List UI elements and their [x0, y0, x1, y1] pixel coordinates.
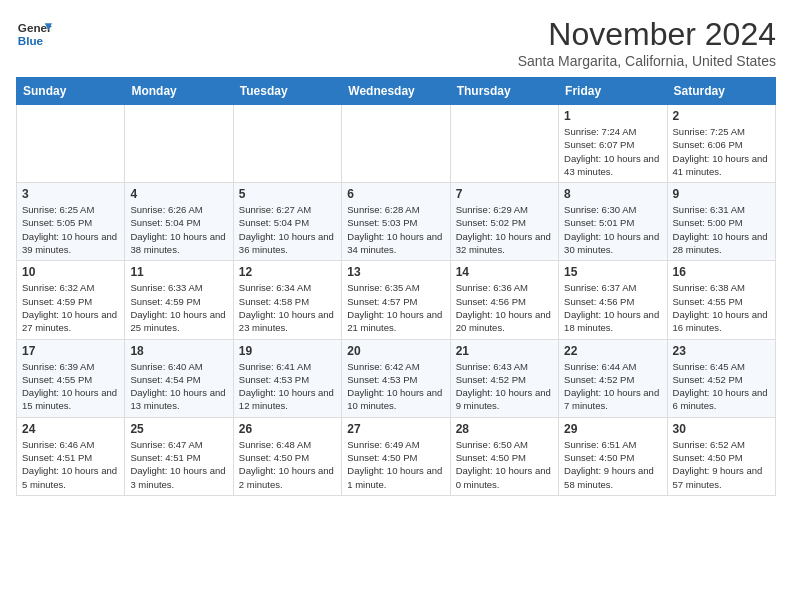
day-cell: 30Sunrise: 6:52 AM Sunset: 4:50 PM Dayli… — [667, 417, 775, 495]
day-number: 28 — [456, 422, 553, 436]
day-cell: 2Sunrise: 7:25 AM Sunset: 6:06 PM Daylig… — [667, 105, 775, 183]
weekday-header-friday: Friday — [559, 78, 667, 105]
day-cell: 15Sunrise: 6:37 AM Sunset: 4:56 PM Dayli… — [559, 261, 667, 339]
day-info: Sunrise: 6:32 AM Sunset: 4:59 PM Dayligh… — [22, 281, 119, 334]
svg-text:Blue: Blue — [18, 34, 44, 47]
week-row-3: 10Sunrise: 6:32 AM Sunset: 4:59 PM Dayli… — [17, 261, 776, 339]
logo-icon: General Blue — [16, 16, 52, 52]
day-cell: 21Sunrise: 6:43 AM Sunset: 4:52 PM Dayli… — [450, 339, 558, 417]
day-info: Sunrise: 6:47 AM Sunset: 4:51 PM Dayligh… — [130, 438, 227, 491]
week-row-4: 17Sunrise: 6:39 AM Sunset: 4:55 PM Dayli… — [17, 339, 776, 417]
day-number: 21 — [456, 344, 553, 358]
day-info: Sunrise: 6:51 AM Sunset: 4:50 PM Dayligh… — [564, 438, 661, 491]
day-cell: 18Sunrise: 6:40 AM Sunset: 4:54 PM Dayli… — [125, 339, 233, 417]
day-cell: 3Sunrise: 6:25 AM Sunset: 5:05 PM Daylig… — [17, 183, 125, 261]
day-info: Sunrise: 6:48 AM Sunset: 4:50 PM Dayligh… — [239, 438, 336, 491]
day-number: 30 — [673, 422, 770, 436]
day-number: 15 — [564, 265, 661, 279]
week-row-1: 1Sunrise: 7:24 AM Sunset: 6:07 PM Daylig… — [17, 105, 776, 183]
weekday-header-row: SundayMondayTuesdayWednesdayThursdayFrid… — [17, 78, 776, 105]
day-number: 17 — [22, 344, 119, 358]
day-cell: 4Sunrise: 6:26 AM Sunset: 5:04 PM Daylig… — [125, 183, 233, 261]
day-number: 3 — [22, 187, 119, 201]
day-number: 7 — [456, 187, 553, 201]
day-info: Sunrise: 7:24 AM Sunset: 6:07 PM Dayligh… — [564, 125, 661, 178]
day-info: Sunrise: 6:31 AM Sunset: 5:00 PM Dayligh… — [673, 203, 770, 256]
day-number: 11 — [130, 265, 227, 279]
day-number: 16 — [673, 265, 770, 279]
day-number: 29 — [564, 422, 661, 436]
day-info: Sunrise: 6:43 AM Sunset: 4:52 PM Dayligh… — [456, 360, 553, 413]
day-info: Sunrise: 6:37 AM Sunset: 4:56 PM Dayligh… — [564, 281, 661, 334]
day-info: Sunrise: 6:35 AM Sunset: 4:57 PM Dayligh… — [347, 281, 444, 334]
weekday-header-tuesday: Tuesday — [233, 78, 341, 105]
day-info: Sunrise: 6:29 AM Sunset: 5:02 PM Dayligh… — [456, 203, 553, 256]
day-info: Sunrise: 6:42 AM Sunset: 4:53 PM Dayligh… — [347, 360, 444, 413]
day-info: Sunrise: 6:46 AM Sunset: 4:51 PM Dayligh… — [22, 438, 119, 491]
weekday-header-sunday: Sunday — [17, 78, 125, 105]
day-number: 24 — [22, 422, 119, 436]
day-cell: 17Sunrise: 6:39 AM Sunset: 4:55 PM Dayli… — [17, 339, 125, 417]
day-info: Sunrise: 6:26 AM Sunset: 5:04 PM Dayligh… — [130, 203, 227, 256]
weekday-header-thursday: Thursday — [450, 78, 558, 105]
day-number: 9 — [673, 187, 770, 201]
day-cell: 13Sunrise: 6:35 AM Sunset: 4:57 PM Dayli… — [342, 261, 450, 339]
week-row-5: 24Sunrise: 6:46 AM Sunset: 4:51 PM Dayli… — [17, 417, 776, 495]
logo: General Blue — [16, 16, 52, 52]
day-number: 26 — [239, 422, 336, 436]
day-cell — [17, 105, 125, 183]
day-info: Sunrise: 6:44 AM Sunset: 4:52 PM Dayligh… — [564, 360, 661, 413]
day-number: 10 — [22, 265, 119, 279]
day-cell: 12Sunrise: 6:34 AM Sunset: 4:58 PM Dayli… — [233, 261, 341, 339]
day-cell: 28Sunrise: 6:50 AM Sunset: 4:50 PM Dayli… — [450, 417, 558, 495]
day-cell: 25Sunrise: 6:47 AM Sunset: 4:51 PM Dayli… — [125, 417, 233, 495]
day-info: Sunrise: 6:50 AM Sunset: 4:50 PM Dayligh… — [456, 438, 553, 491]
day-cell: 19Sunrise: 6:41 AM Sunset: 4:53 PM Dayli… — [233, 339, 341, 417]
day-info: Sunrise: 6:27 AM Sunset: 5:04 PM Dayligh… — [239, 203, 336, 256]
day-cell: 22Sunrise: 6:44 AM Sunset: 4:52 PM Dayli… — [559, 339, 667, 417]
week-row-2: 3Sunrise: 6:25 AM Sunset: 5:05 PM Daylig… — [17, 183, 776, 261]
day-number: 4 — [130, 187, 227, 201]
day-number: 13 — [347, 265, 444, 279]
weekday-header-saturday: Saturday — [667, 78, 775, 105]
calendar-table: SundayMondayTuesdayWednesdayThursdayFrid… — [16, 77, 776, 496]
day-info: Sunrise: 6:28 AM Sunset: 5:03 PM Dayligh… — [347, 203, 444, 256]
day-number: 1 — [564, 109, 661, 123]
day-cell: 20Sunrise: 6:42 AM Sunset: 4:53 PM Dayli… — [342, 339, 450, 417]
day-info: Sunrise: 6:45 AM Sunset: 4:52 PM Dayligh… — [673, 360, 770, 413]
day-number: 23 — [673, 344, 770, 358]
day-cell: 5Sunrise: 6:27 AM Sunset: 5:04 PM Daylig… — [233, 183, 341, 261]
day-cell: 27Sunrise: 6:49 AM Sunset: 4:50 PM Dayli… — [342, 417, 450, 495]
day-cell: 16Sunrise: 6:38 AM Sunset: 4:55 PM Dayli… — [667, 261, 775, 339]
day-cell — [233, 105, 341, 183]
day-number: 19 — [239, 344, 336, 358]
title-area: November 2024 Santa Margarita, Californi… — [518, 16, 776, 69]
day-info: Sunrise: 6:36 AM Sunset: 4:56 PM Dayligh… — [456, 281, 553, 334]
day-number: 5 — [239, 187, 336, 201]
weekday-header-monday: Monday — [125, 78, 233, 105]
day-number: 20 — [347, 344, 444, 358]
day-info: Sunrise: 6:41 AM Sunset: 4:53 PM Dayligh… — [239, 360, 336, 413]
location-title: Santa Margarita, California, United Stat… — [518, 53, 776, 69]
day-number: 27 — [347, 422, 444, 436]
day-cell: 23Sunrise: 6:45 AM Sunset: 4:52 PM Dayli… — [667, 339, 775, 417]
day-number: 25 — [130, 422, 227, 436]
day-info: Sunrise: 6:38 AM Sunset: 4:55 PM Dayligh… — [673, 281, 770, 334]
day-number: 6 — [347, 187, 444, 201]
month-title: November 2024 — [518, 16, 776, 53]
day-number: 8 — [564, 187, 661, 201]
day-cell — [450, 105, 558, 183]
day-number: 18 — [130, 344, 227, 358]
day-cell: 26Sunrise: 6:48 AM Sunset: 4:50 PM Dayli… — [233, 417, 341, 495]
header: General Blue November 2024 Santa Margari… — [16, 16, 776, 69]
day-info: Sunrise: 6:30 AM Sunset: 5:01 PM Dayligh… — [564, 203, 661, 256]
day-info: Sunrise: 6:34 AM Sunset: 4:58 PM Dayligh… — [239, 281, 336, 334]
day-info: Sunrise: 6:49 AM Sunset: 4:50 PM Dayligh… — [347, 438, 444, 491]
day-cell: 6Sunrise: 6:28 AM Sunset: 5:03 PM Daylig… — [342, 183, 450, 261]
day-cell — [342, 105, 450, 183]
day-cell: 7Sunrise: 6:29 AM Sunset: 5:02 PM Daylig… — [450, 183, 558, 261]
day-info: Sunrise: 6:25 AM Sunset: 5:05 PM Dayligh… — [22, 203, 119, 256]
day-number: 2 — [673, 109, 770, 123]
day-cell: 8Sunrise: 6:30 AM Sunset: 5:01 PM Daylig… — [559, 183, 667, 261]
day-number: 12 — [239, 265, 336, 279]
